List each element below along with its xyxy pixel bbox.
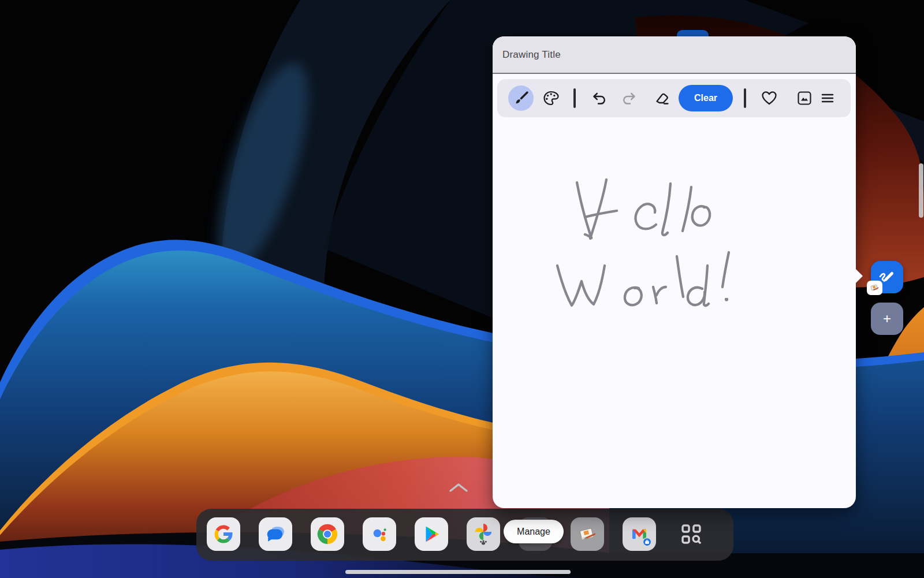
pen-stroke — [692, 206, 710, 225]
google-icon — [213, 524, 234, 545]
dock-app-play-store[interactable] — [415, 517, 448, 551]
journal-mini-icon — [869, 282, 881, 293]
pen-stroke — [726, 299, 727, 300]
taskbar-dock — [196, 509, 733, 561]
redo-icon — [621, 89, 639, 107]
palette-icon — [542, 89, 560, 107]
insert-image-button[interactable] — [795, 89, 814, 107]
pen-stroke — [683, 187, 691, 231]
toolbar-divider — [573, 88, 576, 108]
heart-icon — [760, 89, 778, 107]
pen-stroke — [590, 180, 606, 238]
chevron-up-icon — [448, 482, 470, 493]
dock-app-chrome[interactable] — [311, 517, 344, 551]
app-grid-search-icon — [679, 521, 704, 547]
pen-stroke — [677, 256, 683, 297]
dock-app-gmail[interactable] — [623, 517, 656, 551]
edge-scrollbar[interactable] — [919, 163, 923, 218]
pen-stroke — [662, 184, 670, 235]
brush-icon — [512, 89, 530, 107]
assistant-icon — [368, 523, 391, 546]
pen-stroke — [704, 266, 709, 305]
drawing-app-window: Drawing Title — [493, 36, 856, 508]
panel-expand-arrow[interactable] — [855, 269, 863, 284]
pen-stroke — [688, 288, 705, 305]
pen-stroke — [657, 287, 666, 295]
journal-icon — [575, 522, 599, 546]
add-note-button[interactable]: + — [871, 303, 903, 335]
dock-app-photos[interactable] — [467, 517, 500, 551]
pen-stroke — [557, 266, 605, 305]
gesture-nav-bar[interactable] — [345, 570, 571, 574]
eraser-icon — [653, 89, 672, 107]
paw-badge-icon — [480, 540, 487, 545]
image-icon — [795, 89, 814, 107]
brush-tool-button[interactable] — [512, 89, 530, 107]
window-titlebar[interactable]: Drawing Title — [493, 36, 856, 74]
eraser-tool-button[interactable] — [653, 89, 672, 107]
dock-app-messages[interactable] — [259, 517, 292, 551]
gmail-icon — [627, 522, 651, 546]
manage-tooltip-label: Manage — [517, 527, 550, 537]
menu-button[interactable] — [818, 89, 837, 107]
dock-app-journal[interactable] — [571, 517, 604, 551]
photos-icon — [471, 521, 496, 547]
pen-stroke — [635, 204, 656, 229]
pen-stroke — [722, 252, 729, 287]
work-profile-badge-icon — [643, 538, 651, 546]
plus-icon: + — [883, 311, 891, 326]
undo-icon — [589, 89, 608, 107]
drawing-canvas[interactable] — [493, 117, 856, 508]
dock-app-assistant[interactable] — [363, 517, 396, 551]
redo-button[interactable] — [621, 89, 639, 107]
clear-button[interactable]: Clear — [679, 85, 733, 111]
window-title: Drawing Title — [502, 49, 561, 61]
messages-icon — [264, 523, 287, 546]
screen: Manage Drawing Title — [0, 0, 924, 578]
journal-badge — [867, 281, 882, 295]
hamburger-menu-icon — [818, 89, 837, 107]
journal-bubble-button[interactable] — [871, 261, 903, 293]
dock-expand-chevron[interactable] — [448, 482, 470, 495]
undo-button[interactable] — [589, 89, 608, 107]
play-store-icon — [420, 523, 442, 545]
pen-stroke — [625, 288, 642, 305]
palette-tool-button[interactable] — [542, 89, 560, 107]
favorite-button[interactable] — [760, 89, 778, 107]
chrome-icon — [316, 523, 339, 546]
dock-app-google[interactable] — [207, 517, 240, 551]
dock-app-grid-search[interactable] — [675, 517, 708, 551]
pen-stroke — [577, 182, 591, 238]
toolbar-divider — [744, 88, 746, 108]
pen-stroke — [585, 211, 617, 217]
handwriting — [493, 117, 856, 508]
manage-tooltip[interactable]: Manage — [504, 520, 564, 543]
